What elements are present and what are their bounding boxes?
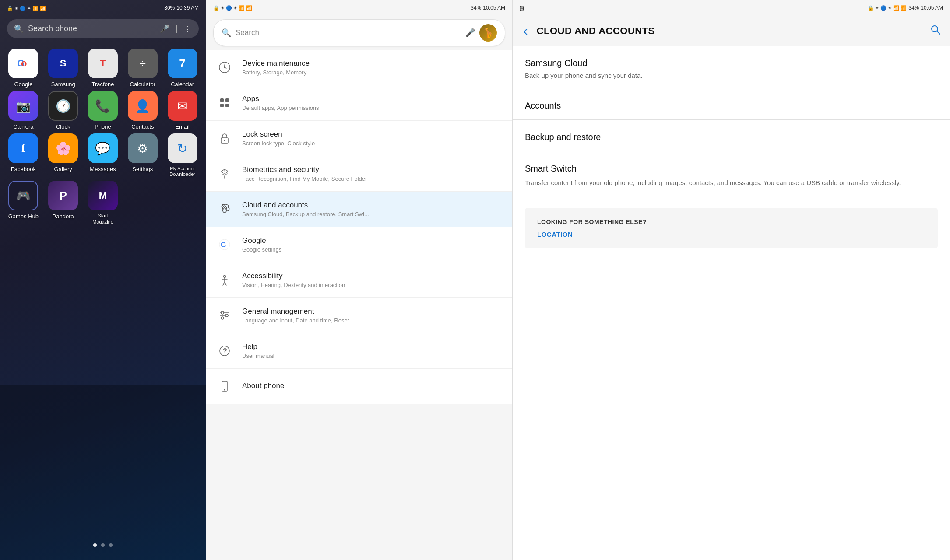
home-search-placeholder: Search phone [28, 24, 155, 33]
app-calendar[interactable]: 7 Calendar [164, 49, 201, 88]
settings-item-google[interactable]: G Google Google settings [206, 227, 512, 262]
app-gallery[interactable]: 🌸 Gallery [45, 133, 81, 177]
settings-search-bar[interactable]: 🔍 Search 🎤 🦒 [213, 19, 505, 46]
settings-list: Device maintenance Battery, Storage, Mem… [206, 50, 512, 560]
google-settings-icon: G [215, 235, 234, 254]
settings-item-lock-screen[interactable]: Lock screen Screen lock type, Clock styl… [206, 121, 512, 156]
settings-item-general[interactable]: General management Language and input, D… [206, 298, 512, 333]
app-label-myaccount: My AccountDownloader [169, 166, 195, 177]
svg-rect-5 [220, 98, 224, 102]
settings-item-device-maintenance[interactable]: Device maintenance Battery, Storage, Mem… [206, 50, 512, 85]
app-messages[interactable]: 💬 Messages [85, 133, 121, 177]
backup-restore-section[interactable]: Backup and restore [513, 120, 950, 151]
settings-mic-icon[interactable]: 🎤 [465, 28, 475, 38]
settings-status-right: 34% 10:05 AM [471, 5, 505, 11]
app-label-samsung: Samsung [51, 81, 75, 88]
settings-item-google-title: Google [242, 236, 503, 245]
settings-panel: 🔒 ✴ 🔵 ✴ 📶 📶 34% 10:05 AM 🔍 Search 🎤 🦒 [206, 0, 512, 560]
app-settings[interactable]: ⚙ Settings [124, 133, 161, 177]
calendar-icon: 7 [168, 49, 197, 78]
home-status-bar: 🔒 ✴ 🔵 ✴ 📶 📶 30% 10:39 AM [0, 0, 206, 16]
messages-icon: 💬 [88, 133, 118, 163]
biometrics-icon [215, 164, 234, 183]
app-google[interactable]: G o Google [5, 49, 42, 88]
settings-item-apps-sub: Default apps, App permissions [242, 105, 503, 111]
home-battery: 30% [164, 5, 175, 11]
home-mic-icon[interactable]: 🎤 [160, 24, 169, 34]
app-facebook[interactable]: f Facebook [5, 133, 42, 177]
apps-icon [215, 93, 234, 112]
app-calculator[interactable]: ÷ Calculator [124, 49, 161, 88]
app-gameshub[interactable]: 🎮 Games Hub [5, 181, 42, 224]
clock-icon: 🕐 [48, 91, 78, 121]
cloud-search-button[interactable] [930, 24, 941, 38]
page-dot-1 [93, 543, 97, 547]
app-label-calculator: Calculator [130, 81, 156, 88]
contacts-icon: 👤 [128, 91, 158, 121]
settings-status-icons: 🔒 ✴ 🔵 ✴ 📶 📶 [213, 5, 252, 11]
cloud-back-button[interactable]: ‹ [521, 21, 530, 41]
settings-search-placeholder: Search [236, 28, 461, 37]
app-camera[interactable]: 📷 Camera [5, 91, 42, 130]
settings-avatar[interactable]: 🦒 [479, 24, 497, 42]
app-samsung[interactable]: S Samsung [45, 49, 81, 88]
cloud-title: CLOUD AND ACCOUNTS [537, 25, 923, 37]
settings-item-general-text: General management Language and input, D… [242, 307, 503, 324]
home-search-bar[interactable]: 🔍 Search phone 🎤 | ⋮ [7, 19, 199, 38]
settings-item-accessibility-text: Accessibility Vision, Hearing, Dexterity… [242, 272, 503, 288]
page-dots [0, 543, 206, 547]
page-dot-2 [101, 543, 105, 547]
app-label-settings: Settings [132, 166, 153, 172]
settings-item-device-maintenance-text: Device maintenance Battery, Storage, Mem… [242, 59, 503, 76]
home-menu-icon[interactable]: ⋮ [184, 24, 192, 34]
settings-item-apps[interactable]: Apps Default apps, App permissions [206, 85, 512, 121]
samsung-cloud-section[interactable]: Samsung Cloud Back up your phone and syn… [513, 46, 950, 88]
home-status-icons: 🔒 ✴ 🔵 ✴ 📶 📶 [7, 5, 46, 11]
app-label-gallery: Gallery [54, 166, 72, 172]
settings-item-google-text: Google Google settings [242, 236, 503, 253]
looking-for-title: LOOKING FOR SOMETHING ELSE? [537, 218, 925, 225]
settings-item-accessibility[interactable]: Accessibility Vision, Hearing, Dexterity… [206, 262, 512, 298]
facebook-icon: f [8, 133, 38, 163]
cloud-header: ‹ CLOUD AND ACCOUNTS [513, 16, 950, 46]
settings-item-biometrics[interactable]: Biometrics and security Face Recognition… [206, 156, 512, 192]
svg-point-28 [221, 317, 224, 319]
app-label-email: Email [175, 123, 190, 130]
accounts-section[interactable]: Accounts [513, 88, 950, 120]
settings-item-device-maintenance-sub: Battery, Storage, Memory [242, 69, 503, 76]
app-tracfone[interactable]: T Tracfone [85, 49, 121, 88]
app-startmag[interactable]: M StartMagazine [85, 181, 121, 224]
email-icon: ✉ [168, 91, 197, 121]
app-label-calendar: Calendar [171, 81, 194, 88]
svg-text:o: o [21, 58, 27, 69]
app-contacts[interactable]: 👤 Contacts [124, 91, 161, 130]
app-label-tracfone: Tracfone [92, 81, 114, 88]
settings-item-cloud-sub: Samsung Cloud, Backup and restore, Smart… [242, 211, 503, 217]
app-label-camera: Camera [13, 123, 33, 130]
app-email[interactable]: ✉ Email [164, 91, 201, 130]
location-link[interactable]: LOCATION [537, 231, 925, 238]
samsung-icon: S [48, 49, 78, 78]
svg-rect-8 [225, 104, 229, 107]
settings-item-biometrics-title: Biometrics and security [242, 165, 503, 174]
settings-item-help[interactable]: ? Help User manual [206, 333, 512, 369]
smart-switch-section[interactable]: Smart Switch Transfer content from your … [513, 151, 950, 197]
pandora-icon: P [48, 181, 78, 210]
cloud-status-icons: 🖼 [520, 4, 524, 12]
smart-switch-sub: Transfer content from your old phone, in… [525, 178, 938, 188]
settings-item-about[interactable]: About phone [206, 369, 512, 404]
settings-status-bar: 🔒 ✴ 🔵 ✴ 📶 📶 34% 10:05 AM [206, 0, 512, 16]
cloud-battery: 34% [908, 5, 919, 11]
app-phone[interactable]: 📞 Phone [85, 91, 121, 130]
app-label-clock: Clock [56, 123, 70, 130]
app-myaccount[interactable]: ↻ My AccountDownloader [164, 133, 201, 177]
app-clock[interactable]: 🕐 Clock [45, 91, 81, 130]
settings-search-icon: 🔍 [222, 28, 231, 38]
settings-item-cloud[interactable]: Cloud and accounts Samsung Cloud, Backup… [206, 192, 512, 227]
app-label-phone: Phone [95, 123, 111, 130]
app-pandora[interactable]: P Pandora [45, 181, 81, 224]
svg-rect-6 [225, 98, 229, 102]
samsung-cloud-sub: Back up your phone and sync your data. [525, 72, 938, 79]
svg-line-15 [225, 207, 226, 209]
accessibility-icon [215, 270, 234, 290]
